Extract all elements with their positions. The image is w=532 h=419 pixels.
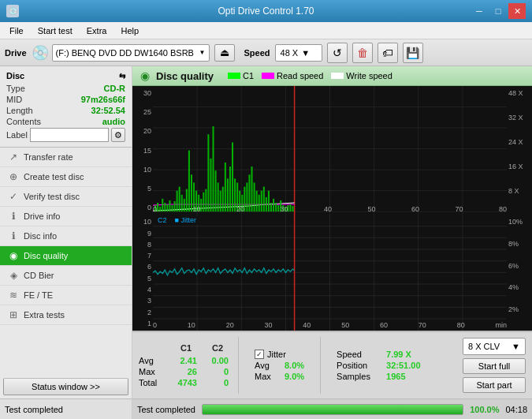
samples-row: Samples 1965 bbox=[337, 372, 420, 381]
sidebar-item-fe-te[interactable]: ≋ FE / TE bbox=[0, 286, 132, 305]
jitter-check-row: ✓ Jitter bbox=[255, 350, 304, 359]
speed-value: 48 X bbox=[281, 48, 299, 58]
refresh-button[interactable]: ↺ bbox=[327, 43, 348, 63]
sidebar-item-transfer-rate[interactable]: ↗ Transfer rate bbox=[0, 148, 132, 167]
disc-mid-label: MID bbox=[6, 95, 22, 104]
disc-length-label: Length bbox=[6, 106, 33, 115]
total-row: Total 4743 0 bbox=[139, 378, 229, 387]
max-c2: 0 bbox=[206, 367, 229, 376]
menu-start-test[interactable]: Start test bbox=[32, 24, 79, 37]
clv-select[interactable]: 8 X CLV ▼ bbox=[463, 338, 526, 355]
svg-rect-38 bbox=[213, 126, 214, 211]
jitter-checkbox[interactable]: ✓ bbox=[255, 350, 264, 359]
svg-rect-28 bbox=[188, 151, 190, 212]
speed-dropdown-arrow: ▼ bbox=[301, 48, 310, 58]
bookmarks-button[interactable]: 🏷 bbox=[378, 43, 398, 63]
c2-label: C2 bbox=[156, 216, 169, 224]
speed-value: 7.99 X bbox=[386, 350, 411, 359]
legend-write-label: Write speed bbox=[346, 71, 392, 80]
progress-percent: 100.0% bbox=[470, 405, 499, 414]
chart1-svg bbox=[153, 86, 507, 215]
c1c2-headers: C1 C2 bbox=[139, 343, 229, 353]
app-icon: 💿 bbox=[6, 5, 19, 17]
sidebar-item-verify-test-disc[interactable]: ✓ Verify test disc bbox=[0, 187, 132, 207]
speed-label: Speed bbox=[244, 48, 270, 58]
disc-length-row: Length 32:52.54 bbox=[6, 106, 125, 115]
speed-select[interactable]: 48 X ▼ bbox=[275, 44, 322, 62]
jitter-stats: ✓ Jitter Avg 8.0% Max 9.0% bbox=[248, 335, 311, 395]
stats-panel: C1 C2 Avg 2.41 0.00 Max 26 0 Total 4743 … bbox=[132, 331, 532, 398]
sidebar-item-disc-info-label: Disc info bbox=[24, 231, 57, 241]
sidebar-item-extra-tests[interactable]: ⊞ Extra tests bbox=[0, 305, 132, 325]
menu-file[interactable]: File bbox=[3, 24, 30, 37]
sidebar-item-drive-info[interactable]: ℹ Drive info bbox=[0, 207, 132, 226]
disc-type-row: Type CD-R bbox=[6, 84, 125, 93]
sidebar-item-disc-quality[interactable]: ◉ Disc quality bbox=[0, 246, 132, 266]
label-settings-button[interactable]: ⚙ bbox=[111, 128, 125, 142]
avg-c2: 0.00 bbox=[206, 356, 229, 365]
minimize-button[interactable]: ─ bbox=[471, 3, 488, 19]
total-label: Total bbox=[139, 378, 166, 387]
eject-button[interactable]: ⏏ bbox=[214, 44, 235, 62]
svg-rect-37 bbox=[210, 159, 211, 211]
max-row: Max 26 0 bbox=[139, 367, 229, 376]
c1-header: C1 bbox=[175, 343, 197, 353]
progress-bar bbox=[203, 405, 463, 414]
content-area: ◉ Disc quality C1 Read speed Write speed bbox=[132, 66, 532, 419]
disc-mid-row: MID 97m26s66f bbox=[6, 95, 125, 104]
menu-extra[interactable]: Extra bbox=[80, 24, 113, 37]
c2-header: C2 bbox=[206, 343, 229, 353]
start-part-button[interactable]: Start part bbox=[463, 377, 526, 393]
disc-type-label: Type bbox=[6, 84, 25, 93]
disc-contents-row: Contents audio bbox=[6, 117, 125, 126]
samples-key: Samples bbox=[337, 372, 380, 381]
sidebar-item-create-test-disc[interactable]: ⊕ Create test disc bbox=[0, 167, 132, 187]
erase-button[interactable]: 🗑 bbox=[352, 43, 373, 63]
max-label: Max bbox=[139, 367, 166, 376]
status-window-button[interactable]: Status window >> bbox=[3, 378, 128, 395]
test-status-label: Test completed bbox=[137, 405, 195, 414]
drive-dropdown-arrow: ▼ bbox=[199, 49, 206, 56]
sidebar-item-cd-bier[interactable]: ◈ CD Bier bbox=[0, 266, 132, 286]
chart2-x-labels: 0 10 20 30 40 50 60 70 80 min bbox=[153, 321, 507, 331]
chart1-y5: 5 bbox=[147, 185, 151, 193]
start-full-button[interactable]: Start full bbox=[463, 358, 526, 374]
disc-label-input[interactable] bbox=[30, 128, 109, 142]
disc-contents-value: audio bbox=[102, 117, 125, 126]
disc-quality-header-icon: ◉ bbox=[140, 69, 150, 82]
position-value: 32:51.00 bbox=[386, 361, 420, 370]
divider1 bbox=[238, 337, 239, 394]
transfer-rate-icon: ↗ bbox=[8, 152, 19, 163]
svg-rect-36 bbox=[207, 134, 209, 211]
disc-contents-label: Contents bbox=[6, 117, 41, 126]
save-button[interactable]: 💾 bbox=[403, 43, 423, 63]
chart1-y0: 0 bbox=[147, 204, 151, 211]
disc-panel-header: Disc ⇆ bbox=[6, 71, 125, 80]
nav-items: ↗ Transfer rate ⊕ Create test disc ✓ Ver… bbox=[0, 148, 132, 375]
chart2-svg bbox=[153, 215, 507, 331]
drive-select-box[interactable]: (F:) BENQ DVD DD DW1640 BSRB ▼ bbox=[52, 44, 210, 62]
jitter-max-value: 9.0% bbox=[285, 372, 304, 381]
jitter-max-row: Max 9.0% bbox=[255, 372, 304, 381]
clv-value: 8 X CLV bbox=[468, 342, 500, 351]
title-bar-title: Opti Drive Control 1.70 bbox=[218, 6, 314, 17]
max-c1: 26 bbox=[175, 367, 197, 376]
sidebar-item-disc-info[interactable]: ℹ Disc info bbox=[0, 226, 132, 246]
c1c2-stats: C1 C2 Avg 2.41 0.00 Max 26 0 Total 4743 … bbox=[139, 335, 229, 395]
disc-label-label: Label bbox=[6, 130, 28, 140]
menu-help[interactable]: Help bbox=[114, 24, 145, 37]
chart1-y30: 30 bbox=[143, 89, 151, 97]
legend-write: Write speed bbox=[331, 71, 392, 80]
disc-panel-arrow[interactable]: ⇆ bbox=[119, 72, 125, 80]
cd-bier-icon: ◈ bbox=[8, 270, 19, 281]
chart2-y-labels-left: 10 9 8 7 6 5 4 3 2 1 bbox=[132, 215, 153, 331]
sidebar-item-verify-test-disc-label: Verify test disc bbox=[24, 192, 80, 201]
chart2-y-labels-right: 10% 8% 6% 4% 2% bbox=[507, 215, 532, 331]
bottom-status-bar: Test completed 100.0% 04:18 bbox=[132, 398, 532, 419]
maximize-button[interactable]: □ bbox=[489, 3, 507, 19]
close-button[interactable]: ✕ bbox=[508, 3, 526, 19]
legend-read: Read speed bbox=[262, 71, 323, 80]
verify-test-disc-icon: ✓ bbox=[8, 191, 19, 202]
disc-type-value: CD-R bbox=[104, 84, 126, 93]
legend-c1-color bbox=[228, 73, 240, 79]
